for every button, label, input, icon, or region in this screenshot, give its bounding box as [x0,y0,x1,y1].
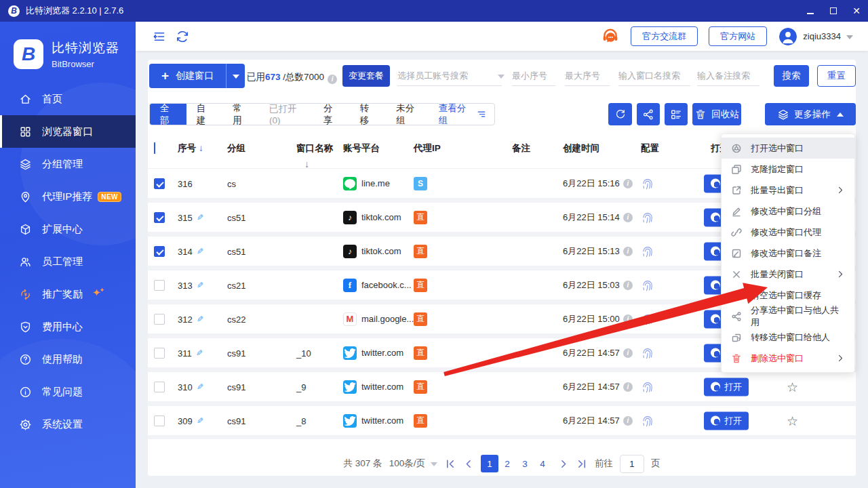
page-number-4[interactable]: 4 [534,455,551,472]
edit-seq-icon[interactable]: ✎ [197,382,203,392]
sidebar-item-groups[interactable]: 分组管理 [0,148,136,180]
edit-seq-icon[interactable]: ✎ [197,247,203,256]
menu-item-clear-cache[interactable]: 清空选中窗口缓存 [722,285,854,306]
view-groups-button[interactable]: 查看分组 [431,103,494,125]
page-size-select[interactable]: 100条/页 [389,458,437,470]
sidebar-item-windows[interactable]: 浏览器窗口 [0,115,136,148]
fingerprint-icon[interactable] [641,177,654,190]
favorite-star-icon[interactable]: ☆ [787,413,798,428]
min-seq-input[interactable] [512,66,555,86]
row-checkbox[interactable] [154,348,165,359]
website-button[interactable]: 官方网站 [709,26,767,46]
filter-tab-分享[interactable]: 分享 [313,104,350,125]
row-info-icon[interactable]: i [623,213,633,222]
filter-tab-已打开(0)[interactable]: 已打开(0) [259,104,313,125]
menu-item-close-windows[interactable]: 批量关闭窗口 [722,264,854,285]
refresh-list-button[interactable] [608,103,632,125]
menu-item-transfer[interactable]: 转移选中窗口给他人 [722,327,854,348]
last-page-icon[interactable] [576,458,588,470]
edit-seq-icon[interactable]: ✎ [197,314,203,324]
page-number-1[interactable]: 1 [481,455,498,472]
layout-view-button[interactable] [665,103,688,125]
sidebar-item-settings[interactable]: 系统设置 [0,408,136,441]
user-menu-caret-icon[interactable] [846,35,853,39]
close-button[interactable]: ✕ [845,0,868,22]
open-window-button[interactable]: 打开 [704,378,749,396]
menu-item-export[interactable]: 批量导出窗口 [722,180,854,201]
fingerprint-icon[interactable] [641,380,654,394]
filter-tab-转移[interactable]: 转移 [350,104,387,125]
change-plan-button[interactable]: 变更套餐 [342,65,390,87]
staff-select-caret-icon[interactable] [498,75,505,79]
create-window-caret[interactable] [226,64,245,88]
filter-tab-自建[interactable]: 自建 [186,104,223,125]
row-info-icon[interactable]: i [623,416,633,426]
support-headset-icon[interactable] [601,27,620,46]
row-checkbox[interactable] [154,178,165,189]
edit-seq-icon[interactable]: ✎ [197,213,203,222]
edit-seq-icon[interactable]: ✎ [197,416,203,426]
row-checkbox[interactable] [154,246,165,257]
sidebar-item-billing[interactable]: 费用中心 [0,310,136,343]
staff-account-select[interactable] [397,66,502,86]
sidebar-item-faq[interactable]: 常见问题 [0,375,136,408]
row-checkbox[interactable] [154,212,165,223]
reset-button[interactable]: 重置 [817,65,856,87]
prev-page-icon[interactable] [462,458,474,470]
open-window-button[interactable]: 打开 [704,411,749,430]
maximize-button[interactable] [822,0,845,22]
first-page-icon[interactable] [444,458,456,470]
fingerprint-icon[interactable] [641,414,654,428]
row-checkbox[interactable] [154,382,165,392]
refresh-page-icon[interactable] [175,29,190,44]
fingerprint-icon[interactable] [641,279,654,292]
edit-seq-icon[interactable]: ✎ [196,348,203,358]
menu-item-edit-note[interactable]: 修改选中窗口备注 [722,243,854,264]
menu-item-clone[interactable]: 克隆指定窗口 [722,159,854,180]
filter-tab-常用[interactable]: 常用 [222,104,259,125]
sidebar-item-staff[interactable]: 员工管理 [0,245,136,278]
filter-tab-未分组[interactable]: 未分组 [386,104,431,125]
sidebar-item-home[interactable]: 首页 [0,83,136,115]
select-all-checkbox[interactable] [154,142,155,154]
recycle-bin-button[interactable]: 回收站 [692,103,741,125]
sidebar-item-promo[interactable]: ¥ 推广奖励 ✦✦ [0,278,136,310]
share-button[interactable] [637,103,660,125]
create-window-button[interactable]: + 创建窗口 [149,64,245,88]
fingerprint-icon[interactable] [641,312,654,326]
header-seq[interactable]: 序号↓ [178,142,203,155]
page-number-2[interactable]: 2 [498,455,516,472]
user-avatar[interactable] [779,28,797,45]
row-info-icon[interactable]: i [623,247,633,256]
goto-page-input[interactable] [620,455,644,473]
search-button[interactable]: 搜索 [774,65,809,87]
row-info-icon[interactable]: i [623,179,633,188]
minimize-button[interactable] [799,0,822,22]
sidebar-item-proxy[interactable]: 代理IP推荐 NEW [0,180,136,213]
sidebar-item-extensions[interactable]: 扩展中心 [0,213,136,245]
row-checkbox[interactable] [154,415,165,426]
menu-item-edit-proxy[interactable]: 修改选中窗口代理 [722,222,854,243]
next-page-icon[interactable] [558,458,570,470]
menu-item-open-window[interactable]: 打开选中窗口 [722,138,854,159]
menu-item-edit-group[interactable]: 修改选中窗口分组 [722,201,854,222]
username[interactable]: ziqiu3334 [803,31,841,41]
more-actions-button[interactable]: 更多操作 [765,103,856,125]
sort-desc-icon[interactable]: ↓ [199,143,203,153]
favorite-star-icon[interactable]: ☆ [787,379,798,394]
note-search-input[interactable] [697,66,760,86]
sidebar-item-help[interactable]: 使用帮助 [0,343,136,375]
row-info-icon[interactable]: i [623,382,633,392]
menu-item-share[interactable]: 分享选中窗口与他人共用 [722,306,854,327]
fingerprint-icon[interactable] [641,346,654,360]
page-number-3[interactable]: 3 [516,455,534,472]
edit-seq-icon[interactable]: ✎ [197,281,203,290]
row-checkbox[interactable] [154,280,165,291]
row-info-icon[interactable]: i [623,348,633,358]
row-info-icon[interactable]: i [623,314,633,324]
window-name-search-input[interactable] [618,66,690,86]
row-info-icon[interactable]: i [623,281,633,290]
row-checkbox[interactable] [154,314,165,325]
filter-tab-全部[interactable]: 全部 [150,104,186,125]
max-seq-input[interactable] [565,66,610,86]
